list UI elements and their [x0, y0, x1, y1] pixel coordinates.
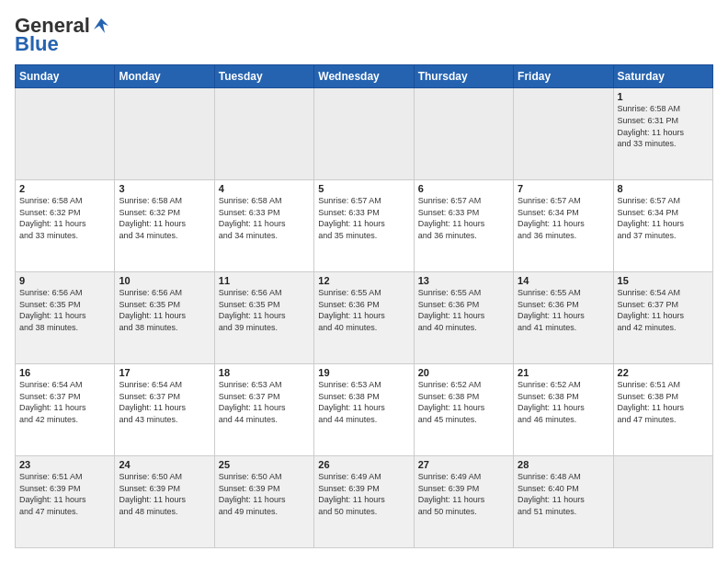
calendar-cell: 22Sunrise: 6:51 AM Sunset: 6:38 PM Dayli… — [613, 364, 712, 456]
day-info: Sunrise: 6:58 AM Sunset: 6:32 PM Dayligh… — [19, 195, 110, 241]
day-number: 15 — [618, 275, 709, 286]
day-info: Sunrise: 6:48 AM Sunset: 6:40 PM Dayligh… — [518, 471, 609, 517]
calendar-cell: 23Sunrise: 6:51 AM Sunset: 6:39 PM Dayli… — [16, 456, 115, 548]
calendar-cell — [214, 88, 313, 180]
day-number: 12 — [318, 275, 409, 286]
day-number: 23 — [19, 459, 110, 470]
calendar-table: SundayMondayTuesdayWednesdayThursdayFrid… — [15, 64, 713, 548]
calendar-cell: 28Sunrise: 6:48 AM Sunset: 6:40 PM Dayli… — [514, 456, 613, 548]
day-number: 4 — [219, 183, 310, 194]
calendar-cell — [613, 456, 712, 548]
calendar-cell: 27Sunrise: 6:49 AM Sunset: 6:39 PM Dayli… — [414, 456, 513, 548]
calendar-cell: 16Sunrise: 6:54 AM Sunset: 6:37 PM Dayli… — [16, 364, 115, 456]
day-number: 10 — [119, 275, 210, 286]
day-info: Sunrise: 6:57 AM Sunset: 6:34 PM Dayligh… — [618, 195, 709, 241]
calendar-cell: 19Sunrise: 6:53 AM Sunset: 6:38 PM Dayli… — [314, 364, 414, 456]
day-number: 5 — [318, 183, 409, 194]
calendar-cell — [414, 88, 513, 180]
day-number: 3 — [119, 183, 210, 194]
day-number: 9 — [19, 275, 110, 286]
day-info: Sunrise: 6:53 AM Sunset: 6:37 PM Dayligh… — [219, 379, 310, 425]
weekday-header-saturday: Saturday — [613, 65, 712, 88]
day-info: Sunrise: 6:54 AM Sunset: 6:37 PM Dayligh… — [119, 379, 210, 425]
logo-bird-icon — [92, 17, 110, 35]
calendar-cell: 18Sunrise: 6:53 AM Sunset: 6:37 PM Dayli… — [214, 364, 313, 456]
weekday-header-monday: Monday — [115, 65, 214, 88]
calendar-cell: 12Sunrise: 6:55 AM Sunset: 6:36 PM Dayli… — [314, 272, 414, 364]
calendar-cell: 9Sunrise: 6:56 AM Sunset: 6:35 PM Daylig… — [16, 272, 115, 364]
day-info: Sunrise: 6:54 AM Sunset: 6:37 PM Dayligh… — [618, 287, 709, 333]
calendar-cell: 17Sunrise: 6:54 AM Sunset: 6:37 PM Dayli… — [115, 364, 214, 456]
calendar-header-row: SundayMondayTuesdayWednesdayThursdayFrid… — [16, 65, 713, 88]
calendar-cell: 3Sunrise: 6:58 AM Sunset: 6:32 PM Daylig… — [115, 180, 214, 272]
weekday-header-friday: Friday — [514, 65, 613, 88]
day-info: Sunrise: 6:57 AM Sunset: 6:33 PM Dayligh… — [418, 195, 509, 241]
day-info: Sunrise: 6:58 AM Sunset: 6:32 PM Dayligh… — [119, 195, 210, 241]
day-number: 16 — [19, 367, 110, 378]
calendar-cell: 11Sunrise: 6:56 AM Sunset: 6:35 PM Dayli… — [214, 272, 313, 364]
calendar-week-4: 16Sunrise: 6:54 AM Sunset: 6:37 PM Dayli… — [16, 364, 713, 456]
calendar-cell: 15Sunrise: 6:54 AM Sunset: 6:37 PM Dayli… — [613, 272, 712, 364]
day-info: Sunrise: 6:51 AM Sunset: 6:38 PM Dayligh… — [618, 379, 709, 425]
day-number: 2 — [19, 183, 110, 194]
day-info: Sunrise: 6:50 AM Sunset: 6:39 PM Dayligh… — [119, 471, 210, 517]
calendar-week-1: 1Sunrise: 6:58 AM Sunset: 6:31 PM Daylig… — [16, 88, 713, 180]
page: General Blue SundayMondayTuesdayWednesda… — [0, 0, 728, 563]
day-info: Sunrise: 6:56 AM Sunset: 6:35 PM Dayligh… — [219, 287, 310, 333]
weekday-header-wednesday: Wednesday — [314, 65, 414, 88]
day-info: Sunrise: 6:53 AM Sunset: 6:38 PM Dayligh… — [318, 379, 409, 425]
day-info: Sunrise: 6:54 AM Sunset: 6:37 PM Dayligh… — [19, 379, 110, 425]
day-info: Sunrise: 6:49 AM Sunset: 6:39 PM Dayligh… — [418, 471, 509, 517]
header: General Blue — [15, 15, 713, 55]
day-info: Sunrise: 6:51 AM Sunset: 6:39 PM Dayligh… — [19, 471, 110, 517]
day-number: 21 — [518, 367, 609, 378]
day-number: 24 — [119, 459, 210, 470]
day-info: Sunrise: 6:52 AM Sunset: 6:38 PM Dayligh… — [518, 379, 609, 425]
day-info: Sunrise: 6:58 AM Sunset: 6:31 PM Dayligh… — [618, 103, 709, 149]
calendar-cell: 6Sunrise: 6:57 AM Sunset: 6:33 PM Daylig… — [414, 180, 513, 272]
day-number: 17 — [119, 367, 210, 378]
calendar-week-5: 23Sunrise: 6:51 AM Sunset: 6:39 PM Dayli… — [16, 456, 713, 548]
day-number: 18 — [219, 367, 310, 378]
day-info: Sunrise: 6:55 AM Sunset: 6:36 PM Dayligh… — [518, 287, 609, 333]
calendar-cell: 2Sunrise: 6:58 AM Sunset: 6:32 PM Daylig… — [16, 180, 115, 272]
day-info: Sunrise: 6:49 AM Sunset: 6:39 PM Dayligh… — [318, 471, 409, 517]
day-info: Sunrise: 6:52 AM Sunset: 6:38 PM Dayligh… — [418, 379, 509, 425]
day-info: Sunrise: 6:58 AM Sunset: 6:33 PM Dayligh… — [219, 195, 310, 241]
day-number: 22 — [618, 367, 709, 378]
day-number: 19 — [318, 367, 409, 378]
day-number: 20 — [418, 367, 509, 378]
day-number: 26 — [318, 459, 409, 470]
weekday-header-thursday: Thursday — [414, 65, 513, 88]
day-info: Sunrise: 6:55 AM Sunset: 6:36 PM Dayligh… — [418, 287, 509, 333]
calendar-week-2: 2Sunrise: 6:58 AM Sunset: 6:32 PM Daylig… — [16, 180, 713, 272]
day-number: 28 — [518, 459, 609, 470]
day-number: 8 — [618, 183, 709, 194]
calendar-cell: 7Sunrise: 6:57 AM Sunset: 6:34 PM Daylig… — [514, 180, 613, 272]
logo: General Blue — [15, 15, 110, 55]
day-info: Sunrise: 6:56 AM Sunset: 6:35 PM Dayligh… — [19, 287, 110, 333]
calendar-cell: 8Sunrise: 6:57 AM Sunset: 6:34 PM Daylig… — [613, 180, 712, 272]
day-info: Sunrise: 6:50 AM Sunset: 6:39 PM Dayligh… — [219, 471, 310, 517]
weekday-header-sunday: Sunday — [16, 65, 115, 88]
calendar-cell: 1Sunrise: 6:58 AM Sunset: 6:31 PM Daylig… — [613, 88, 712, 180]
calendar-week-3: 9Sunrise: 6:56 AM Sunset: 6:35 PM Daylig… — [16, 272, 713, 364]
calendar-cell: 20Sunrise: 6:52 AM Sunset: 6:38 PM Dayli… — [414, 364, 513, 456]
calendar-cell: 10Sunrise: 6:56 AM Sunset: 6:35 PM Dayli… — [115, 272, 214, 364]
day-number: 13 — [418, 275, 509, 286]
day-info: Sunrise: 6:56 AM Sunset: 6:35 PM Dayligh… — [119, 287, 210, 333]
day-info: Sunrise: 6:57 AM Sunset: 6:33 PM Dayligh… — [318, 195, 409, 241]
day-number: 6 — [418, 183, 509, 194]
day-info: Sunrise: 6:55 AM Sunset: 6:36 PM Dayligh… — [318, 287, 409, 333]
day-number: 25 — [219, 459, 310, 470]
svg-marker-0 — [94, 18, 108, 33]
calendar-cell: 25Sunrise: 6:50 AM Sunset: 6:39 PM Dayli… — [214, 456, 313, 548]
calendar-cell: 14Sunrise: 6:55 AM Sunset: 6:36 PM Dayli… — [514, 272, 613, 364]
day-number: 1 — [618, 91, 709, 102]
calendar-cell: 21Sunrise: 6:52 AM Sunset: 6:38 PM Dayli… — [514, 364, 613, 456]
day-info: Sunrise: 6:57 AM Sunset: 6:34 PM Dayligh… — [518, 195, 609, 241]
calendar-cell: 24Sunrise: 6:50 AM Sunset: 6:39 PM Dayli… — [115, 456, 214, 548]
calendar-cell — [16, 88, 115, 180]
calendar-cell — [514, 88, 613, 180]
calendar-cell — [115, 88, 214, 180]
